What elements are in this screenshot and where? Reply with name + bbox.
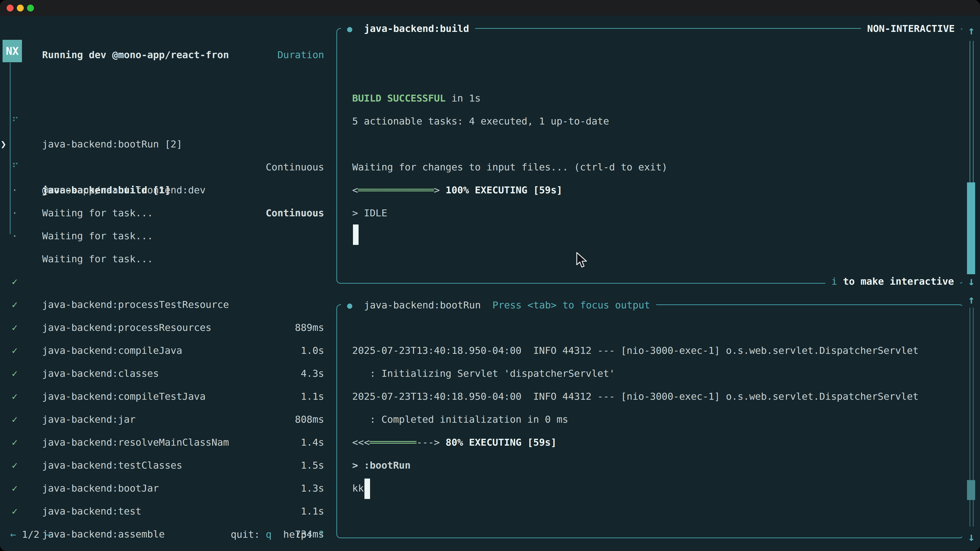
task-row-waiting[interactable]: · Waiting for task... bbox=[0, 156, 324, 179]
help-key: ? bbox=[318, 529, 324, 540]
build-successful-text: BUILD SUCCESSFUL bbox=[352, 93, 445, 104]
nx-tui: NX Running dev @mono-app/react-fron Dura… bbox=[0, 0, 980, 551]
focus-output-hint: Press <tab> to focus output bbox=[481, 300, 650, 311]
log-line: 2025-07-23T13:40:18.950-04:00 INFO 44312… bbox=[352, 385, 918, 408]
interactive-hint: i to make interactive bbox=[825, 270, 960, 293]
window-zoom-button[interactable] bbox=[27, 5, 34, 11]
task-duration: 1.1s bbox=[301, 500, 324, 523]
help-hint-label: help: bbox=[272, 529, 318, 540]
panel-title: java-backend:build bbox=[352, 23, 469, 34]
task-row-done[interactable]: ✓ java-backend:resolveMainClassNam 1.5s bbox=[0, 385, 324, 408]
scrollbar-thumb[interactable] bbox=[967, 480, 975, 500]
quit-key: q bbox=[266, 529, 272, 540]
task-duration: 774ms bbox=[295, 546, 324, 551]
task-row-done[interactable]: ✓ java-backend:processResources 1.0s bbox=[0, 270, 324, 293]
idle-status-line: > IDLE bbox=[352, 202, 387, 224]
scroll-down-arrow-icon[interactable]: ↓ bbox=[964, 526, 978, 548]
log-line: : Initializing Servlet 'dispatcherServle… bbox=[352, 362, 615, 385]
current-task-line: > :bootRun bbox=[352, 454, 410, 477]
build-result-line: BUILD SUCCESSFUL in 1s bbox=[352, 87, 480, 110]
log-line: 2025-07-23T13:40:18.950-04:00 INFO 44312… bbox=[352, 339, 918, 362]
task-row-done[interactable]: ✓ java-backend:classes 1.1s bbox=[0, 316, 324, 339]
scroll-up-arrow-icon[interactable]: ↑ bbox=[964, 19, 978, 42]
waiting-dot-icon: · bbox=[12, 224, 18, 248]
build-panel-header[interactable]: ● java-backend:build bbox=[341, 17, 475, 40]
progress-label: 80% EXECUTING [59s] bbox=[445, 437, 557, 448]
task-row-done[interactable]: ✓ java-backend:jar 1.4s bbox=[0, 362, 324, 385]
bootrun-panel-header[interactable]: ● java-backend:bootRun Press <tab> to fo… bbox=[341, 294, 656, 317]
task-label: java-backend:test bbox=[42, 500, 142, 523]
duration-column-header: Duration bbox=[0, 43, 324, 66]
task-row-waiting[interactable]: · Waiting for task... bbox=[0, 202, 324, 224]
task-row-done[interactable]: ✓ java-backend:bootJar 1.1s bbox=[0, 431, 324, 454]
task-status-dot-icon: ● bbox=[347, 300, 352, 310]
quit-hint-label: quit: bbox=[231, 529, 266, 540]
check-icon: ✓ bbox=[12, 500, 18, 523]
task-row-waiting[interactable]: · Waiting for task... bbox=[0, 179, 324, 202]
task-label: Waiting for task... bbox=[42, 224, 153, 248]
terminal-cursor bbox=[353, 224, 359, 245]
non-interactive-badge: NON-INTERACTIVE bbox=[861, 17, 961, 40]
interactive-hint-text: to make interactive bbox=[837, 276, 954, 287]
window-minimize-button[interactable] bbox=[17, 5, 24, 11]
task-row[interactable]: ⠋ java-backend:bootRun [2] Continuous bbox=[0, 87, 324, 110]
stdin-input-text[interactable]: kk bbox=[352, 477, 364, 500]
tasks-summary-line: 5 actionable tasks: 4 executed, 1 up-to-… bbox=[352, 110, 609, 133]
log-line: : Completed initialization in 0 ms bbox=[352, 408, 568, 431]
waiting-for-changes-line: Waiting for changes to input files... (c… bbox=[352, 156, 667, 179]
terminal-window: NX Running dev @mono-app/react-fron Dura… bbox=[0, 0, 980, 551]
mouse-cursor-icon bbox=[576, 252, 587, 269]
window-titlebar bbox=[0, 0, 980, 16]
keybind-hints: quit: q help: ? bbox=[0, 523, 324, 546]
task-row-done[interactable]: ✓ java-backend:processTestResource 889ms bbox=[0, 247, 324, 270]
task-row-done[interactable]: ✓ java-backend:testClasses 1.3s bbox=[0, 408, 324, 431]
progress-bar-fill: ════════ bbox=[370, 437, 417, 448]
task-row-done[interactable]: ✓ java-backend:test 734ms bbox=[0, 454, 324, 477]
terminal-cursor bbox=[364, 478, 370, 499]
gradle-progress-bar: <═════════════> 100% EXECUTING [59s] bbox=[352, 179, 563, 202]
progress-bar-fill: ═════════════ bbox=[358, 184, 434, 196]
panel-title: java-backend:bootRun bbox=[352, 300, 480, 311]
scrollbar-thumb[interactable] bbox=[967, 183, 975, 274]
gradle-progress-bar: <<<════════---> 80% EXECUTING [59s] bbox=[352, 431, 557, 454]
task-row-selected[interactable]: ❯ ⠋ java-backend:build [1] Continuous bbox=[0, 110, 324, 133]
task-row-done[interactable]: ✓ java-backend:compileJava 4.3s bbox=[0, 293, 324, 316]
progress-label: 100% EXECUTING [59s] bbox=[445, 184, 563, 196]
interactive-hint-key: i bbox=[832, 276, 837, 287]
task-row[interactable]: ⠋ @mono-app/react-frontend:dev Continuou… bbox=[0, 133, 324, 156]
task-row-done[interactable]: ✓ java-backend:assemble 774ms bbox=[0, 477, 324, 500]
task-status-dot-icon: ● bbox=[347, 24, 352, 34]
task-row-done[interactable]: ✓ java-backend:compileTestJava 808ms bbox=[0, 339, 324, 362]
window-close-button[interactable] bbox=[6, 5, 14, 11]
